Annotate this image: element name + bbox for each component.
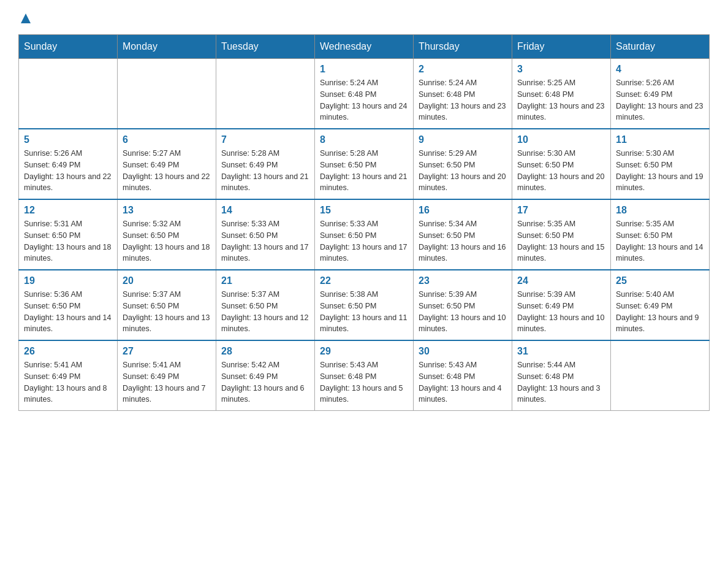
calendar-cell: 10 Sunrise: 5:30 AMSunset: 6:50 PMDaylig… bbox=[512, 129, 611, 199]
day-number: 15 bbox=[320, 205, 408, 216]
day-info: Sunrise: 5:24 AMSunset: 6:48 PMDaylight:… bbox=[320, 79, 407, 121]
day-info: Sunrise: 5:29 AMSunset: 6:50 PMDaylight:… bbox=[419, 149, 506, 192]
calendar-cell: 26 Sunrise: 5:41 AMSunset: 6:49 PMDaylig… bbox=[19, 340, 118, 411]
day-info: Sunrise: 5:43 AMSunset: 6:48 PMDaylight:… bbox=[320, 361, 403, 404]
day-info: Sunrise: 5:25 AMSunset: 6:48 PMDaylight:… bbox=[517, 79, 604, 121]
day-number: 9 bbox=[419, 134, 507, 145]
day-number: 26 bbox=[24, 346, 112, 357]
day-number: 29 bbox=[320, 346, 408, 357]
weekday-header-saturday: Saturday bbox=[611, 35, 710, 59]
day-number: 16 bbox=[419, 205, 507, 216]
calendar-cell: 29 Sunrise: 5:43 AMSunset: 6:48 PMDaylig… bbox=[315, 340, 414, 411]
calendar-cell: 15 Sunrise: 5:33 AMSunset: 6:50 PMDaylig… bbox=[315, 199, 414, 270]
calendar-cell: 22 Sunrise: 5:38 AMSunset: 6:50 PMDaylig… bbox=[315, 270, 414, 340]
day-number: 17 bbox=[517, 205, 605, 216]
day-number: 18 bbox=[616, 205, 704, 216]
day-number: 30 bbox=[419, 346, 507, 357]
day-info: Sunrise: 5:24 AMSunset: 6:48 PMDaylight:… bbox=[419, 79, 506, 121]
day-number: 31 bbox=[517, 346, 605, 357]
calendar-week-5: 26 Sunrise: 5:41 AMSunset: 6:49 PMDaylig… bbox=[19, 340, 710, 411]
day-number: 4 bbox=[616, 64, 704, 75]
logo bbox=[18, 12, 32, 25]
calendar-header-row: SundayMondayTuesdayWednesdayThursdayFrid… bbox=[19, 35, 710, 59]
calendar-cell: 8 Sunrise: 5:28 AMSunset: 6:50 PMDayligh… bbox=[315, 129, 414, 199]
day-info: Sunrise: 5:37 AMSunset: 6:50 PMDaylight:… bbox=[221, 290, 308, 333]
day-info: Sunrise: 5:38 AMSunset: 6:50 PMDaylight:… bbox=[320, 290, 407, 333]
day-info: Sunrise: 5:28 AMSunset: 6:49 PMDaylight:… bbox=[221, 149, 308, 192]
calendar-cell bbox=[19, 59, 118, 129]
calendar-cell: 6 Sunrise: 5:27 AMSunset: 6:49 PMDayligh… bbox=[118, 129, 216, 199]
day-number: 13 bbox=[123, 205, 211, 216]
calendar-cell: 13 Sunrise: 5:32 AMSunset: 6:50 PMDaylig… bbox=[118, 199, 216, 270]
day-number: 25 bbox=[616, 275, 704, 286]
day-info: Sunrise: 5:40 AMSunset: 6:49 PMDaylight:… bbox=[616, 290, 699, 333]
day-info: Sunrise: 5:32 AMSunset: 6:50 PMDaylight:… bbox=[123, 220, 210, 262]
calendar-cell: 3 Sunrise: 5:25 AMSunset: 6:48 PMDayligh… bbox=[512, 59, 611, 129]
weekday-header-friday: Friday bbox=[512, 35, 611, 59]
day-info: Sunrise: 5:26 AMSunset: 6:49 PMDaylight:… bbox=[616, 79, 703, 121]
calendar-cell: 5 Sunrise: 5:26 AMSunset: 6:49 PMDayligh… bbox=[19, 129, 118, 199]
day-number: 19 bbox=[24, 275, 112, 286]
calendar-cell: 14 Sunrise: 5:33 AMSunset: 6:50 PMDaylig… bbox=[216, 199, 315, 270]
calendar-cell: 2 Sunrise: 5:24 AMSunset: 6:48 PMDayligh… bbox=[414, 59, 512, 129]
day-number: 22 bbox=[320, 275, 408, 286]
day-info: Sunrise: 5:34 AMSunset: 6:50 PMDaylight:… bbox=[419, 220, 506, 262]
day-info: Sunrise: 5:33 AMSunset: 6:50 PMDaylight:… bbox=[320, 220, 407, 262]
day-number: 2 bbox=[419, 64, 507, 75]
day-number: 8 bbox=[320, 134, 408, 145]
day-number: 10 bbox=[517, 134, 605, 145]
day-info: Sunrise: 5:35 AMSunset: 6:50 PMDaylight:… bbox=[517, 220, 604, 262]
day-number: 11 bbox=[616, 134, 704, 145]
weekday-header-tuesday: Tuesday bbox=[216, 35, 315, 59]
day-info: Sunrise: 5:33 AMSunset: 6:50 PMDaylight:… bbox=[221, 220, 308, 262]
calendar-cell: 4 Sunrise: 5:26 AMSunset: 6:49 PMDayligh… bbox=[611, 59, 710, 129]
calendar-cell bbox=[611, 340, 710, 411]
day-info: Sunrise: 5:43 AMSunset: 6:48 PMDaylight:… bbox=[419, 361, 502, 404]
day-number: 6 bbox=[123, 134, 211, 145]
page-header bbox=[18, 12, 710, 25]
calendar-week-3: 12 Sunrise: 5:31 AMSunset: 6:50 PMDaylig… bbox=[19, 199, 710, 270]
weekday-header-monday: Monday bbox=[118, 35, 216, 59]
calendar-cell: 20 Sunrise: 5:37 AMSunset: 6:50 PMDaylig… bbox=[118, 270, 216, 340]
calendar-cell: 27 Sunrise: 5:41 AMSunset: 6:49 PMDaylig… bbox=[118, 340, 216, 411]
calendar-cell: 17 Sunrise: 5:35 AMSunset: 6:50 PMDaylig… bbox=[512, 199, 611, 270]
calendar-cell: 1 Sunrise: 5:24 AMSunset: 6:48 PMDayligh… bbox=[315, 59, 414, 129]
day-number: 24 bbox=[517, 275, 605, 286]
calendar-cell: 24 Sunrise: 5:39 AMSunset: 6:49 PMDaylig… bbox=[512, 270, 611, 340]
weekday-header-wednesday: Wednesday bbox=[315, 35, 414, 59]
calendar-body: 1 Sunrise: 5:24 AMSunset: 6:48 PMDayligh… bbox=[19, 59, 710, 411]
day-number: 23 bbox=[419, 275, 507, 286]
day-info: Sunrise: 5:42 AMSunset: 6:49 PMDaylight:… bbox=[221, 361, 305, 404]
calendar-cell: 28 Sunrise: 5:42 AMSunset: 6:49 PMDaylig… bbox=[216, 340, 315, 411]
calendar-cell: 19 Sunrise: 5:36 AMSunset: 6:50 PMDaylig… bbox=[19, 270, 118, 340]
day-info: Sunrise: 5:31 AMSunset: 6:50 PMDaylight:… bbox=[24, 220, 111, 262]
calendar-week-4: 19 Sunrise: 5:36 AMSunset: 6:50 PMDaylig… bbox=[19, 270, 710, 340]
day-info: Sunrise: 5:28 AMSunset: 6:50 PMDaylight:… bbox=[320, 149, 407, 192]
day-number: 1 bbox=[320, 64, 408, 75]
day-number: 28 bbox=[221, 346, 309, 357]
day-info: Sunrise: 5:39 AMSunset: 6:49 PMDaylight:… bbox=[517, 290, 604, 333]
weekday-header-sunday: Sunday bbox=[19, 35, 118, 59]
calendar-cell: 23 Sunrise: 5:39 AMSunset: 6:50 PMDaylig… bbox=[414, 270, 512, 340]
day-number: 7 bbox=[221, 134, 309, 145]
day-info: Sunrise: 5:30 AMSunset: 6:50 PMDaylight:… bbox=[517, 149, 604, 192]
day-number: 12 bbox=[24, 205, 112, 216]
calendar-cell: 9 Sunrise: 5:29 AMSunset: 6:50 PMDayligh… bbox=[414, 129, 512, 199]
calendar-week-1: 1 Sunrise: 5:24 AMSunset: 6:48 PMDayligh… bbox=[19, 59, 710, 129]
calendar-cell: 30 Sunrise: 5:43 AMSunset: 6:48 PMDaylig… bbox=[414, 340, 512, 411]
day-number: 5 bbox=[24, 134, 112, 145]
day-info: Sunrise: 5:36 AMSunset: 6:50 PMDaylight:… bbox=[24, 290, 111, 333]
day-info: Sunrise: 5:37 AMSunset: 6:50 PMDaylight:… bbox=[123, 290, 210, 333]
logo-triangle-icon bbox=[20, 12, 32, 25]
day-info: Sunrise: 5:41 AMSunset: 6:49 PMDaylight:… bbox=[24, 361, 107, 404]
calendar-cell: 12 Sunrise: 5:31 AMSunset: 6:50 PMDaylig… bbox=[19, 199, 118, 270]
calendar-cell: 31 Sunrise: 5:44 AMSunset: 6:48 PMDaylig… bbox=[512, 340, 611, 411]
day-number: 3 bbox=[517, 64, 605, 75]
day-info: Sunrise: 5:39 AMSunset: 6:50 PMDaylight:… bbox=[419, 290, 506, 333]
day-number: 14 bbox=[221, 205, 309, 216]
calendar-cell: 18 Sunrise: 5:35 AMSunset: 6:50 PMDaylig… bbox=[611, 199, 710, 270]
day-info: Sunrise: 5:27 AMSunset: 6:49 PMDaylight:… bbox=[123, 149, 210, 192]
calendar-cell: 16 Sunrise: 5:34 AMSunset: 6:50 PMDaylig… bbox=[414, 199, 512, 270]
day-number: 27 bbox=[123, 346, 211, 357]
calendar-cell bbox=[118, 59, 216, 129]
